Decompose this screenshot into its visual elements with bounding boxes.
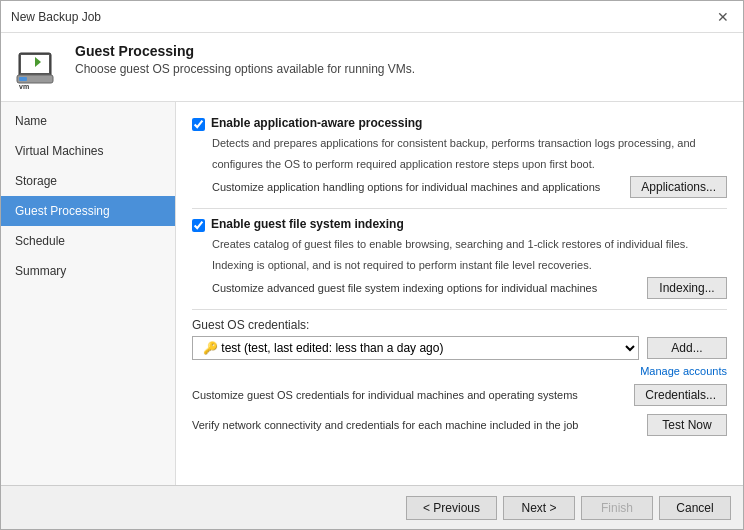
sidebar-item-storage[interactable]: Storage xyxy=(1,166,175,196)
file-indexing-row: Enable guest file system indexing xyxy=(192,217,727,232)
credentials-dropdown[interactable]: 🔑 test (test, last edited: less than a d… xyxy=(192,336,639,360)
header-title: Guest Processing xyxy=(75,43,415,59)
sidebar-item-summary[interactable]: Summary xyxy=(1,256,175,286)
next-button[interactable]: Next > xyxy=(503,496,575,520)
footer: < Previous Next > Finish Cancel xyxy=(1,485,743,529)
indexing-row-text: Customize advanced guest file system ind… xyxy=(212,282,647,294)
test-now-row: Verify network connectivity and credenti… xyxy=(192,414,727,436)
svg-rect-4 xyxy=(19,77,27,81)
applications-button[interactable]: Applications... xyxy=(630,176,727,198)
app-aware-row-text: Customize application handling options f… xyxy=(212,181,630,193)
file-indexing-title: Enable guest file system indexing xyxy=(211,217,404,231)
cancel-button[interactable]: Cancel xyxy=(659,496,731,520)
manage-accounts-link[interactable]: Manage accounts xyxy=(640,365,727,377)
credentials-dropdown-row: 🔑 test (test, last edited: less than a d… xyxy=(192,336,727,360)
sidebar-item-schedule[interactable]: Schedule xyxy=(1,226,175,256)
close-button[interactable]: ✕ xyxy=(713,7,733,27)
header-text: Guest Processing Choose guest OS process… xyxy=(75,43,415,76)
previous-button[interactable]: < Previous xyxy=(406,496,497,520)
main-window: New Backup Job ✕ vm Guest Processing Cho… xyxy=(0,0,744,530)
add-button[interactable]: Add... xyxy=(647,337,727,359)
main-content: Name Virtual Machines Storage Guest Proc… xyxy=(1,102,743,485)
window-title: New Backup Job xyxy=(11,10,101,24)
sidebar-item-guest-processing[interactable]: Guest Processing xyxy=(1,196,175,226)
header-subtitle: Choose guest OS processing options avail… xyxy=(75,62,415,76)
indexing-btn-row: Customize advanced guest file system ind… xyxy=(212,277,727,299)
app-aware-desc2: configures the OS to perform required ap… xyxy=(212,156,727,173)
credentials-row-text: Customize guest OS credentials for indiv… xyxy=(192,389,634,401)
test-now-button[interactable]: Test Now xyxy=(647,414,727,436)
indexing-button[interactable]: Indexing... xyxy=(647,277,727,299)
file-indexing-desc2: Indexing is optional, and is not require… xyxy=(212,257,727,274)
app-aware-checkbox[interactable] xyxy=(192,118,205,131)
title-bar: New Backup Job ✕ xyxy=(1,1,743,33)
file-indexing-desc1: Creates catalog of guest files to enable… xyxy=(212,236,727,253)
app-aware-desc1: Detects and prepares applications for co… xyxy=(212,135,727,152)
content-area: Enable application-aware processing Dete… xyxy=(176,102,743,485)
vm-icon: vm xyxy=(15,43,63,91)
sidebar: Name Virtual Machines Storage Guest Proc… xyxy=(1,102,176,485)
file-indexing-checkbox[interactable] xyxy=(192,219,205,232)
app-aware-title: Enable application-aware processing xyxy=(211,116,422,130)
app-aware-btn-row: Customize application handling options f… xyxy=(212,176,727,198)
app-aware-row: Enable application-aware processing xyxy=(192,116,727,131)
credentials-label: Guest OS credentials: xyxy=(192,318,727,332)
finish-button[interactable]: Finish xyxy=(581,496,653,520)
credentials-button[interactable]: Credentials... xyxy=(634,384,727,406)
sidebar-item-virtual-machines[interactable]: Virtual Machines xyxy=(1,136,175,166)
svg-text:vm: vm xyxy=(19,83,29,90)
credentials-customize-row: Customize guest OS credentials for indiv… xyxy=(192,384,727,406)
header-section: vm Guest Processing Choose guest OS proc… xyxy=(1,33,743,102)
sidebar-item-name[interactable]: Name xyxy=(1,106,175,136)
test-row-text: Verify network connectivity and credenti… xyxy=(192,419,647,431)
